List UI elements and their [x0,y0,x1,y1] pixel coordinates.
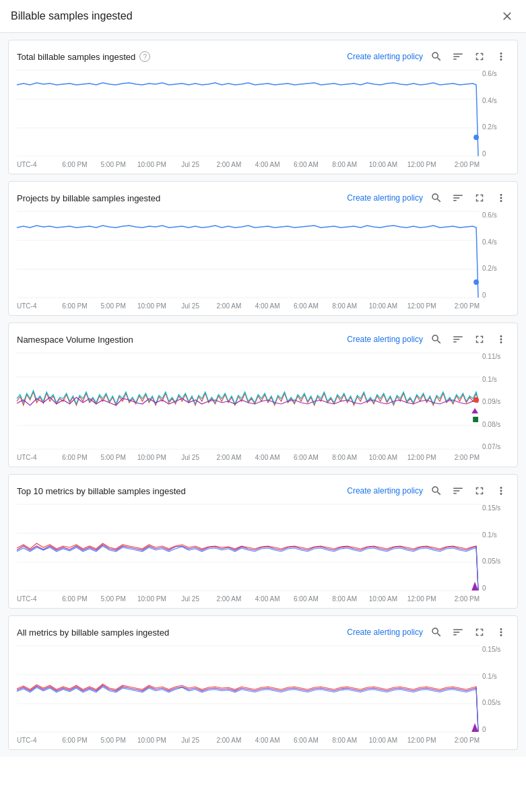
more-btn-projects[interactable] [493,190,509,206]
chart-area-namespace: 0.11/s 0.1/s 0.09/s 0.08/s 0.07/s UTC-4 … [17,353,509,461]
chart-header-top10: Top 10 metrics by billable samples inges… [17,483,509,499]
fullscreen-btn-namespace[interactable] [471,331,488,347]
y-label-0: 0.6/s [482,70,497,77]
chart-title-row-namespace: Namespace Volume Ingestion [17,335,133,345]
dialog-title: Billable samples ingested [11,10,133,22]
chart-card-all-metrics: All metrics by billable samples ingested… [8,615,518,750]
chart-title-row: Total billable samples ingested ? [17,51,150,62]
chart-actions-all-metrics: Create alerting policy [347,624,509,640]
chart-area-all-metrics: 0.15/s 0.1/s 0.05/s 0 UTC-4 6:00 PM 5:00… [17,646,509,744]
chart-title-projects: Projects by billable samples ingested [17,193,160,203]
fullscreen-btn-projects[interactable] [471,190,488,206]
chart-svg-top10 [17,504,480,592]
chart-header: Total billable samples ingested ? Create… [17,48,509,65]
x-labels-top10: UTC-4 6:00 PM 5:00 PM 10:00 PM Jul 25 2:… [17,595,509,603]
chart-title-row-all-metrics: All metrics by billable samples ingested [17,628,169,638]
x-labels-namespace: UTC-4 6:00 PM 5:00 PM 10:00 PM Jul 25 2:… [17,454,509,461]
chart-area-top10: 0.15/s 0.1/s 0.05/s 0 UTC-4 6:00 PM 5:00… [17,504,509,603]
svg-marker-22 [471,582,478,590]
search-btn-projects[interactable] [428,190,445,206]
chart-header-all-metrics: All metrics by billable samples ingested… [17,624,509,640]
y-label-2: 0.2/s [482,123,497,131]
chart-title-top10: Top 10 metrics by billable samples inges… [17,486,186,496]
create-alert-link-namespace[interactable]: Create alerting policy [347,335,423,344]
chart-svg-total [17,70,480,158]
svg-point-15 [473,397,479,403]
fullscreen-btn-total[interactable] [471,48,488,65]
svg-point-4 [473,135,479,140]
legend-btn-namespace[interactable] [450,331,466,347]
search-btn-top10[interactable] [428,483,445,499]
chart-card-namespace: Namespace Volume Ingestion Create alerti… [8,323,518,467]
chart-header-projects: Projects by billable samples ingested Cr… [17,190,509,206]
more-btn-top10[interactable] [493,483,509,499]
chart-card-top10: Top 10 metrics by billable samples inges… [8,474,518,609]
chart-card-projects: Projects by billable samples ingested Cr… [8,181,518,316]
y-label-1: 0.4/s [482,97,497,104]
svg-marker-27 [471,723,478,732]
chart-title-total: Total billable samples ingested [17,52,135,62]
chart-area-projects: 0.6/s 0.4/s 0.2/s 0 UTC-4 6:00 PM 5:00 P… [17,211,509,310]
search-btn-namespace[interactable] [428,331,445,347]
y-label-3: 0 [482,150,486,158]
legend-btn-top10[interactable] [450,483,466,499]
legend-btn-all-metrics[interactable] [450,624,466,640]
chart-svg-all-metrics [17,646,480,733]
svg-point-9 [473,279,479,285]
svg-marker-16 [471,408,478,413]
search-btn-total[interactable] [428,48,445,65]
more-btn-namespace[interactable] [493,331,509,347]
chart-actions-top10: Create alerting policy [347,483,509,499]
create-alert-link-all-metrics[interactable]: Create alerting policy [347,628,423,637]
create-alert-link-projects[interactable]: Create alerting policy [347,193,423,203]
x-labels-total: UTC-4 6:00 PM 5:00 PM 10:00 PM Jul 25 2:… [17,161,509,168]
more-btn-all-metrics[interactable] [493,624,509,640]
chart-actions-namespace: Create alerting policy [347,331,509,347]
chart-title-row-top10: Top 10 metrics by billable samples inges… [17,486,186,496]
chart-actions-projects: Create alerting policy [347,190,509,206]
close-button[interactable] [499,8,515,24]
chart-title-all-metrics: All metrics by billable samples ingested [17,628,169,638]
search-btn-all-metrics[interactable] [428,624,445,640]
chart-header-namespace: Namespace Volume Ingestion Create alerti… [17,331,509,347]
chart-svg-projects [17,211,480,299]
chart-title-namespace: Namespace Volume Ingestion [17,335,133,345]
info-icon[interactable]: ? [139,51,150,62]
dialog-header: Billable samples ingested [0,0,526,33]
create-alert-link-total[interactable]: Create alerting policy [347,52,423,61]
chart-area-total: 0.6/s 0.4/s 0.2/s 0 UTC-4 6:00 PM 5:00 P… [17,70,509,168]
fullscreen-btn-all-metrics[interactable] [471,624,488,640]
x-labels-projects: UTC-4 6:00 PM 5:00 PM 10:00 PM Jul 25 2:… [17,302,509,310]
chart-svg-namespace [17,353,480,450]
content-area: Total billable samples ingested ? Create… [0,33,526,757]
chart-title-row-projects: Projects by billable samples ingested [17,193,160,203]
chart-card-total-billable: Total billable samples ingested ? Create… [8,40,518,174]
legend-btn-total[interactable] [450,48,466,65]
fullscreen-btn-top10[interactable] [471,483,488,499]
chart-actions: Create alerting policy [347,48,509,65]
x-labels-all-metrics: UTC-4 6:00 PM 5:00 PM 10:00 PM Jul 25 2:… [17,737,509,744]
more-btn-total[interactable] [493,48,509,65]
svg-rect-17 [473,417,478,422]
create-alert-link-top10[interactable]: Create alerting policy [347,486,423,496]
legend-btn-projects[interactable] [450,190,466,206]
